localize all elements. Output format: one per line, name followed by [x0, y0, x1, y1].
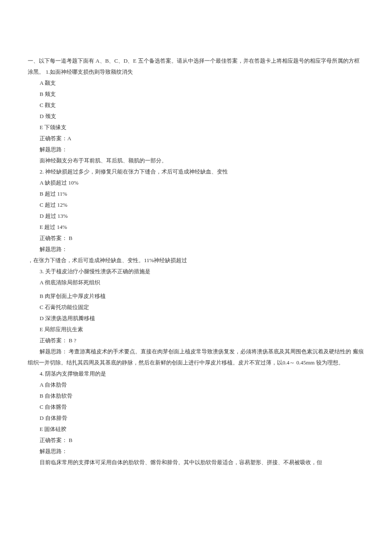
- q3-option-d: D 深溃疡选用肌瓣移植: [28, 313, 364, 324]
- q3-option-c: C 石膏托功能位固定: [28, 302, 364, 313]
- q3-option-e: E 局部应用抗生素: [28, 324, 364, 335]
- q3-answer: 正确答案： B ?: [28, 335, 364, 346]
- q1-option-c: C 颧支: [28, 100, 364, 111]
- q4-stem: 4. 阴茎内支撑物最常用的是: [28, 368, 364, 379]
- q4-explain: 目前临床常用的支撑体可采用自体的肋软骨、髂骨和腓骨。其中以肋软骨最适合，容易塑形…: [28, 457, 364, 468]
- q3-option-b: B 肉芽创面上中厚皮片移植: [28, 291, 364, 302]
- q3-explain: 解题思路： 考查游离植皮术的手术要点。直接在肉芽创面上植皮常导致溃疡复发，必须将…: [28, 346, 364, 368]
- q1-option-a: A 颞支: [28, 78, 364, 89]
- q4-option-a: A 自体肋骨: [28, 379, 364, 390]
- q2-answer: 正确答案： B: [28, 233, 364, 244]
- q2-stem: 2. 神经缺损超过多少，则修复只能在张力下缝合，术后可造成神经缺血、变性: [28, 166, 364, 177]
- q4-option-b: B 自体肋软骨: [28, 390, 364, 402]
- q2-option-e: E 超过 14%: [28, 222, 364, 233]
- q4-option-e: E 固体硅胶: [28, 424, 364, 435]
- q2-explain: ，在张力下缝合，术后可造成神经缺血、变性。11%神经缺损超过: [28, 255, 364, 266]
- q3-option-a: A 彻底清除局部坏死组织: [28, 277, 364, 288]
- instructions: 一、以下每一道考题下面有 A、B、C、D、E 五个备选答案。请从中选择一个最佳答…: [28, 55, 364, 78]
- q4-option-d: D 自体腓骨: [28, 413, 364, 424]
- q2-option-b: B 超过 11%: [28, 188, 364, 199]
- q4-explain-header: 解题思路：: [28, 446, 364, 457]
- q3-stem: 3. 关于植皮治疗小腿慢性溃疡不正确的措施是: [28, 266, 364, 277]
- q1-option-d: D 颈支: [28, 111, 364, 122]
- q1-option-b: B 颊支: [28, 89, 364, 100]
- q4-answer: 正确答案： B: [28, 435, 364, 446]
- q2-option-d: D 超过 13%: [28, 211, 364, 222]
- q1-explain-header: 解题思路：: [28, 144, 364, 155]
- q1-explain: 面神经颞支分布于耳前肌、耳后肌、额肌的一部分。: [28, 155, 364, 166]
- q2-option-c: C 超过 12%: [28, 199, 364, 211]
- q1-option-e: E 下颌缘支: [28, 122, 364, 133]
- q2-explain-header: 解题思路：: [28, 244, 364, 255]
- q1-answer: 正确答案：A: [28, 133, 364, 144]
- q2-option-a: A 缺损超过 10%: [28, 177, 364, 188]
- q4-option-c: C 自体髂骨: [28, 402, 364, 413]
